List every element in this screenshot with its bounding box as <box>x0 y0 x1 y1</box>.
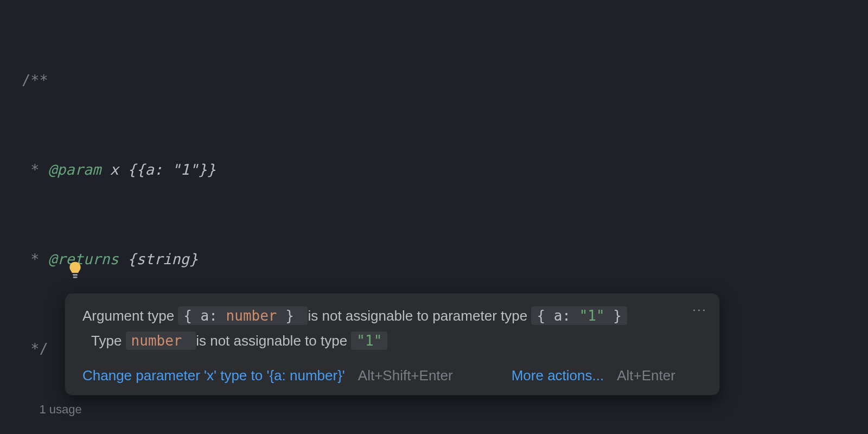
doc-param-type: x {{a: "1"}} <box>101 161 215 178</box>
shortcut-label: Alt+Enter <box>617 367 675 384</box>
quickfix-more-actions[interactable]: More actions... <box>512 367 604 384</box>
svg-rect-1 <box>73 277 78 278</box>
intention-bulb-icon[interactable] <box>33 231 49 252</box>
tooltip-code: { a: "1" } <box>531 307 627 325</box>
code-line: /** <box>22 65 868 95</box>
doc-returns-tag: @returns <box>48 251 119 267</box>
tooltip-message-2: Type number is not assignable to type "1… <box>82 328 702 353</box>
tooltip-menu-icon[interactable]: ⋮ <box>691 303 707 318</box>
doc-param-tag: @param <box>48 161 101 178</box>
doc-close: */ <box>22 340 48 357</box>
error-tooltip: ⋮ Argument type { a: number } is not ass… <box>65 293 720 395</box>
usages-hint[interactable]: 1 usage <box>40 403 82 416</box>
shortcut-label: Alt+Shift+Enter <box>358 367 453 384</box>
tooltip-actions: Change parameter 'x' type to '{a: number… <box>82 367 702 384</box>
tooltip-code: number <box>126 331 196 350</box>
tooltip-code: "1" <box>351 331 387 350</box>
quickfix-change-type[interactable]: Change parameter 'x' type to '{a: number… <box>82 367 345 384</box>
doc-open: /** <box>22 72 48 88</box>
svg-rect-0 <box>73 274 78 276</box>
code-line: * @param x {{a: "1"}} <box>22 155 868 184</box>
code-line: * @returns {string} <box>22 244 868 274</box>
doc-returns-type: {string} <box>119 251 198 267</box>
tooltip-message-1: Argument type { a: number } is not assig… <box>82 303 702 328</box>
tooltip-code: { a: number } <box>178 307 308 325</box>
doc-star: * <box>22 161 48 178</box>
